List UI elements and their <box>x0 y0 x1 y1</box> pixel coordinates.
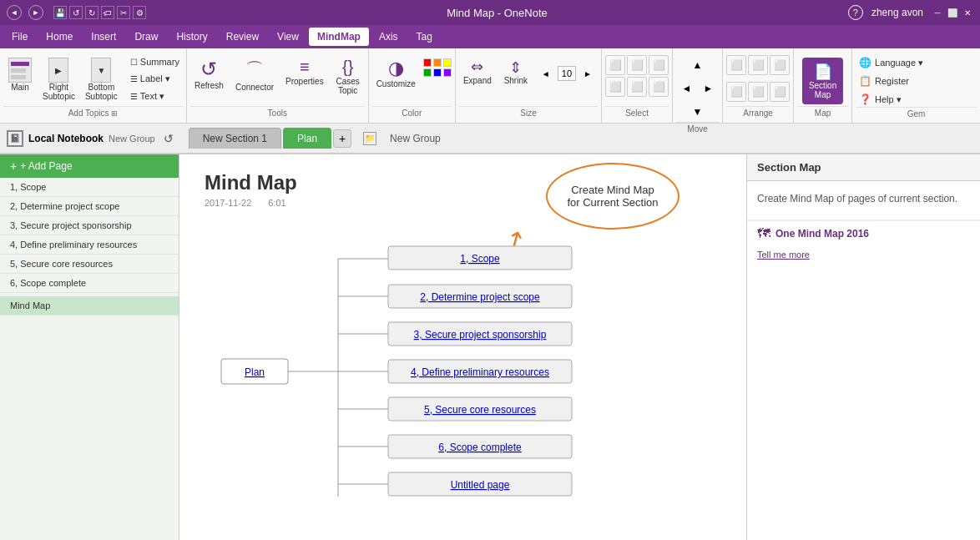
user-label: zheng avon <box>871 7 923 18</box>
move-left-button[interactable]: ◄ <box>677 78 697 98</box>
window-title: Mind Map - OneNote <box>447 7 548 19</box>
page-item-scope[interactable]: 1, Scope <box>0 178 179 197</box>
svg-text:6, Scope complete: 6, Scope complete <box>438 442 522 453</box>
main-button[interactable]: Main <box>3 55 37 94</box>
properties-button[interactable]: ≡ Properties <box>281 55 328 88</box>
customize-button[interactable]: ◑ Customize <box>372 55 420 91</box>
menu-home[interactable]: Home <box>38 28 81 46</box>
mindmap-container: Plan 1, Scope 2, Determine project scope… <box>205 238 721 516</box>
arrange-btn-3[interactable]: ⬜ <box>770 55 790 75</box>
arrange-btn-4[interactable]: ⬜ <box>726 82 746 102</box>
right-subtopic-button[interactable]: ▶ RightSubtopic <box>38 55 79 103</box>
select-btn-4[interactable]: ⬜ <box>605 77 625 97</box>
menu-mindmap[interactable]: MindMap <box>309 28 369 46</box>
expand-button[interactable]: ⇔ Expand <box>459 55 496 88</box>
callout-line2: for Current Section <box>567 196 658 209</box>
page-item-define[interactable]: 4, Define preliminary resources <box>0 235 179 255</box>
help-gem-button[interactable]: ❓ Help ▾ <box>856 92 977 107</box>
add-page-icon: + <box>10 159 17 173</box>
size-value[interactable]: 10 <box>558 66 576 81</box>
section-map-panel-title: Section Map <box>747 154 980 181</box>
shrink-button[interactable]: ⇔ Shrink <box>499 55 533 88</box>
color-orange[interactable] <box>433 58 442 67</box>
page-item-determine[interactable]: 2, Determine project scope <box>0 197 179 216</box>
nav-forward-button[interactable]: ► <box>28 5 43 20</box>
tell-more-link[interactable]: Tell me more <box>747 246 980 263</box>
move-down-button[interactable]: ▼ <box>688 102 708 122</box>
menu-review[interactable]: Review <box>218 28 267 46</box>
color-green[interactable] <box>423 68 432 77</box>
properties-label: Properties <box>285 77 324 86</box>
language-button[interactable]: 🌐 Language ▾ <box>856 55 977 70</box>
tag-icon[interactable]: 🏷 <box>101 6 114 19</box>
menu-tag[interactable]: Tag <box>408 28 441 46</box>
arrange-btn-5[interactable]: ⬜ <box>748 82 768 102</box>
menu-draw[interactable]: Draw <box>126 28 166 46</box>
notebook-name: Local Notebook <box>28 133 104 144</box>
page-item-secure[interactable]: 3, Secure project sponsorship <box>0 216 179 235</box>
arrange-btn-1[interactable]: ⬜ <box>726 55 746 75</box>
size-decrease-button[interactable]: ◄ <box>536 63 556 83</box>
color-purple[interactable] <box>443 68 452 77</box>
shrink-label: Shrink <box>504 76 528 85</box>
one-mind-map-title: One Mind Map 2016 <box>775 228 869 240</box>
section-map-button[interactable]: 📄 SectionMap <box>802 58 843 104</box>
text-button[interactable]: ☰ Text ▾ <box>127 89 183 103</box>
menu-view[interactable]: View <box>269 28 307 46</box>
add-section-button[interactable]: + <box>333 129 351 148</box>
close-button[interactable]: ✕ <box>962 7 973 18</box>
cases-topic-button[interactable]: {} CasesTopic <box>331 55 365 98</box>
ribbon: Main ▶ RightSubtopic ▼ BottomSubtopic ☐ … <box>0 48 980 124</box>
move-up-button[interactable]: ▲ <box>688 55 708 75</box>
arrange-btn-2[interactable]: ⬜ <box>748 55 768 75</box>
select-btn-2[interactable]: ⬜ <box>627 55 647 75</box>
section-tab-new[interactable]: New Section 1 <box>189 128 281 149</box>
arrange-btn-6[interactable]: ⬜ <box>770 82 790 102</box>
svg-text:1, Scope: 1, Scope <box>460 253 500 265</box>
menu-bar: File Home Insert Draw History Review Vie… <box>0 25 980 48</box>
section-tab-plan[interactable]: Plan <box>283 128 331 149</box>
size-increase-button[interactable]: ► <box>578 63 598 83</box>
one-mind-map-link[interactable]: 🗺 One Mind Map 2016 <box>747 220 980 246</box>
redo-icon[interactable]: ↻ <box>85 6 99 19</box>
menu-history[interactable]: History <box>168 28 215 46</box>
new-group-tab[interactable]: New Group <box>380 129 451 149</box>
svg-text:3, Secure project sponsorship: 3, Secure project sponsorship <box>414 329 547 341</box>
clip-icon[interactable]: ✂ <box>117 6 130 19</box>
one-mind-map-icon: 🗺 <box>757 226 770 241</box>
save-icon[interactable]: 💾 <box>53 6 67 19</box>
page-item-secure-core[interactable]: 5, Secure core resources <box>0 255 179 274</box>
move-label: Move <box>676 122 719 135</box>
add-page-button[interactable]: + + Add Page <box>0 154 179 178</box>
select-btn-6[interactable]: ⬜ <box>649 77 669 97</box>
color-yellow[interactable] <box>443 58 452 67</box>
refresh-label: Refresh <box>194 81 224 90</box>
page-item-complete[interactable]: 6, Scope complete <box>0 274 179 293</box>
nav-back-button[interactable]: ◄ <box>7 5 22 20</box>
menu-axis[interactable]: Axis <box>371 28 407 46</box>
register-button[interactable]: 📋 Register <box>856 73 977 88</box>
menu-file[interactable]: File <box>3 28 36 46</box>
menu-insert[interactable]: Insert <box>83 28 124 46</box>
move-right-button[interactable]: ► <box>699 78 719 98</box>
minimize-button[interactable]: ─ <box>932 7 943 18</box>
undo-icon[interactable]: ↺ <box>69 6 83 19</box>
connector-button[interactable]: ⌒ Connector <box>231 55 278 94</box>
settings-icon[interactable]: ⚙ <box>133 6 146 19</box>
help-gem-icon: ❓ <box>859 93 871 105</box>
label-button[interactable]: ☰ Label ▾ <box>127 72 183 86</box>
color-red[interactable] <box>423 58 432 67</box>
svg-text:4, Define preliminary resource: 4, Define preliminary resources <box>411 366 549 378</box>
select-btn-1[interactable]: ⬜ <box>605 55 625 75</box>
summary-button[interactable]: ☐ Summary <box>127 55 183 68</box>
bottom-subtopic-button[interactable]: ▼ BottomSubtopic <box>81 55 122 103</box>
restore-button[interactable]: ⬜ <box>947 7 958 18</box>
help-button[interactable]: ? <box>848 5 863 20</box>
page-item-mindmap[interactable]: Mind Map <box>0 296 179 315</box>
undo-button[interactable]: ↺ <box>160 130 177 147</box>
color-blue[interactable] <box>433 68 442 77</box>
summary-label: Summary <box>140 57 179 67</box>
refresh-button[interactable]: ↺ Refresh <box>190 55 228 93</box>
select-btn-3[interactable]: ⬜ <box>649 55 669 75</box>
select-btn-5[interactable]: ⬜ <box>627 77 647 97</box>
